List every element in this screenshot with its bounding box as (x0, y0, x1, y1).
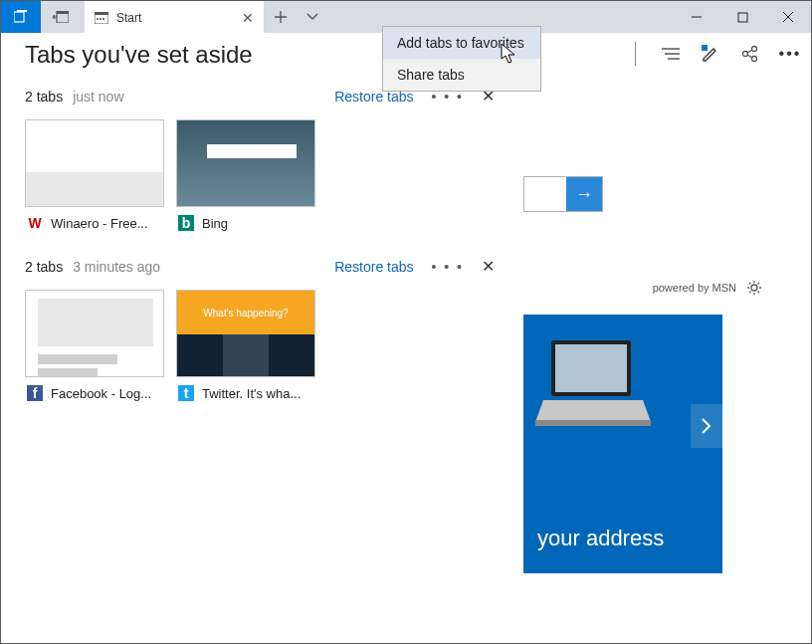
svg-rect-3 (57, 11, 69, 14)
browser-window: Start ✕ ••• Tabs you've set aside (0, 0, 812, 644)
set-tabs-aside-button[interactable] (41, 1, 81, 33)
svg-rect-17 (535, 420, 651, 426)
tile-title: Facebook - Log... (51, 386, 151, 401)
restore-tabs-link[interactable]: Restore tabs (334, 259, 413, 275)
tile-thumbnail: What's happening? (176, 290, 315, 377)
group-header: 2 tabs 3 minutes ago Restore tabs • • • … (25, 257, 495, 276)
toolbar-divider (635, 42, 636, 66)
favicon-facebook-icon: f (27, 385, 43, 401)
tabs-aside-panel: Tabs you've set aside 2 tabs just now Re… (1, 33, 518, 630)
banner-text: your address (537, 526, 664, 551)
tile-title: Winaero - Free... (51, 216, 148, 231)
group-more-icon[interactable]: • • • (432, 259, 464, 275)
minimize-button[interactable] (674, 1, 719, 33)
banner-next-button[interactable] (691, 404, 722, 448)
group-close-icon[interactable]: ✕ (482, 257, 495, 276)
new-tab-button[interactable] (264, 1, 298, 33)
svg-point-14 (751, 285, 757, 291)
svg-point-12 (752, 47, 757, 52)
window-controls (674, 1, 811, 33)
svg-point-8 (102, 18, 104, 20)
tab-favicon-icon (95, 12, 108, 24)
svg-rect-9 (738, 13, 747, 22)
tab-title: Start (116, 11, 141, 25)
svg-rect-5 (95, 12, 108, 15)
laptop-illustration-icon (533, 334, 653, 444)
svg-point-6 (97, 18, 99, 20)
tile-title: Twitter. It's wha... (202, 386, 301, 401)
group-time: 3 minutes ago (73, 259, 160, 275)
svg-point-13 (752, 57, 757, 62)
svg-rect-16 (555, 344, 627, 392)
tab-tile[interactable]: f Facebook - Log... (25, 290, 164, 405)
tile-thumbnail (25, 290, 164, 377)
close-window-button[interactable] (765, 1, 811, 33)
svg-rect-0 (14, 12, 24, 22)
group-time: just now (73, 89, 123, 105)
favicon-winaero-icon: W (27, 215, 43, 231)
tab-group: 2 tabs just now Restore tabs • • • ✕ W W… (1, 83, 518, 253)
browser-tab[interactable]: Start ✕ (85, 1, 264, 33)
group-count: 2 tabs (25, 259, 63, 275)
tile-thumbnail (25, 119, 164, 207)
tile-thumbnail (176, 119, 315, 207)
svg-point-11 (743, 52, 748, 57)
background-content: → powered by MSN your address (523, 170, 802, 598)
tile-title: Bing (202, 216, 228, 231)
promo-banner: your address (523, 315, 722, 573)
svg-point-7 (100, 18, 102, 20)
favicon-bing-icon: b (178, 215, 194, 231)
gear-icon[interactable] (746, 280, 762, 296)
reading-list-icon[interactable] (660, 43, 682, 65)
tab-close-icon[interactable]: ✕ (242, 10, 254, 26)
tabs-aside-button[interactable] (1, 1, 41, 33)
tab-tile[interactable]: b Bing (176, 119, 315, 235)
mouse-cursor-icon (501, 43, 518, 65)
more-icon[interactable]: ••• (779, 43, 801, 65)
svg-rect-10 (702, 45, 708, 51)
tab-group: 2 tabs 3 minutes ago Restore tabs • • • … (1, 253, 518, 423)
web-note-icon[interactable] (700, 43, 721, 65)
share-icon[interactable] (739, 43, 761, 65)
search-bar: → (523, 176, 603, 212)
group-count: 2 tabs (25, 89, 63, 105)
maximize-button[interactable] (719, 1, 765, 33)
tab-menu-button[interactable] (298, 1, 327, 33)
favicon-twitter-icon: t (178, 385, 194, 401)
tab-tile[interactable]: W Winaero - Free... (25, 119, 164, 235)
search-go-button[interactable]: → (566, 177, 602, 211)
svg-rect-1 (17, 10, 27, 12)
powered-by-label: powered by MSN (653, 280, 762, 296)
tab-tile[interactable]: What's happening? t Twitter. It's wha... (176, 290, 315, 405)
